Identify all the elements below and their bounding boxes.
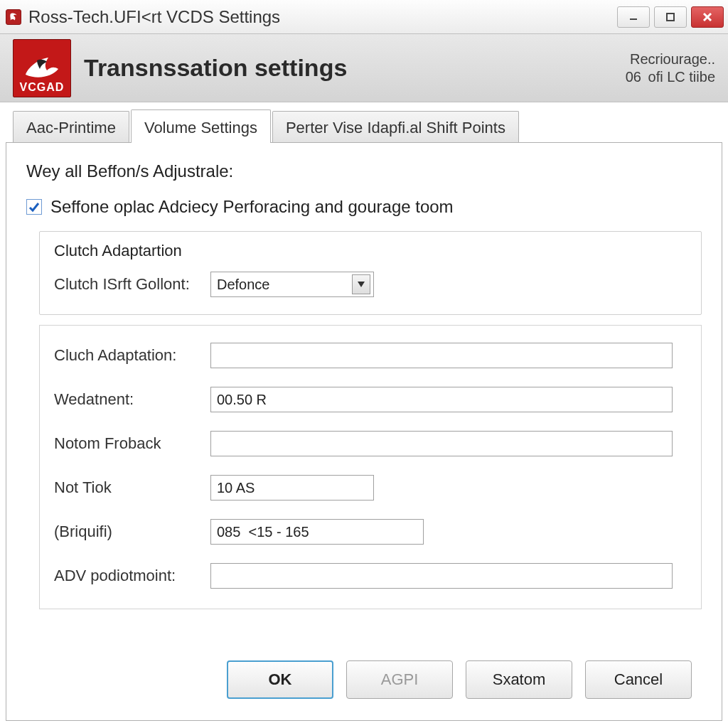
header: VCGAD Transnssation settings Recriourage… xyxy=(0,34,728,102)
param-label-4: (Briquifi) xyxy=(54,523,203,541)
close-button[interactable] xyxy=(691,6,724,28)
param-row-2: Notom Froback xyxy=(54,427,687,461)
clutch-isrft-combo[interactable]: Defonce xyxy=(210,272,374,297)
minimize-button[interactable] xyxy=(617,6,650,28)
notom-froback-field[interactable] xyxy=(210,431,673,456)
clutch-adaptation-group: Clutch Adaptartion Clutch ISrft Gollont:… xyxy=(39,231,702,315)
param-row-3: Not Tiok xyxy=(54,471,687,505)
param-row-5: ADV podiotmoint: xyxy=(54,559,687,593)
combo-value: Defonce xyxy=(217,277,270,293)
window-title: Ross-Tech.UFI<rt VCDS Settings xyxy=(28,7,617,27)
param-label-1: Wedatnent: xyxy=(54,390,203,409)
tab-aac-printime[interactable]: Aac-Printime xyxy=(13,111,129,143)
titlebar: Ross-Tech.UFI<rt VCDS Settings xyxy=(0,0,728,34)
briquifi-field[interactable] xyxy=(210,519,424,545)
svg-marker-4 xyxy=(358,282,365,287)
tab-shift-points[interactable]: Perter Vise Idapfi.al Shift Points xyxy=(272,111,519,143)
combo-row: Clutch ISrft Gollont: Defonce xyxy=(54,267,687,301)
cancel-button[interactable]: Cancel xyxy=(585,660,692,699)
status-line-2: 06 ofi LC tiibe xyxy=(626,69,715,85)
maximize-button[interactable] xyxy=(654,6,687,28)
cluch-adaptation-field[interactable] xyxy=(210,343,673,368)
window-controls xyxy=(617,6,724,28)
combo-label: Clutch ISrft Gollont: xyxy=(54,275,203,294)
footer-buttons: OK AGPI Sxatom Cancel xyxy=(26,646,702,705)
params-group: Cluch Adaptation: Wedatnent: Notom Froba… xyxy=(39,325,702,609)
brand-logo-text: VCGAD xyxy=(14,81,70,94)
seffone-checkbox-label: Seffone oplac Adciecy Perforacing and go… xyxy=(50,197,454,217)
agpi-button[interactable]: AGPI xyxy=(346,660,453,699)
param-row-0: Cluch Adaptation: xyxy=(54,338,687,373)
param-label-3: Not Tiok xyxy=(54,478,203,497)
wedatnent-field[interactable] xyxy=(210,387,673,412)
ok-button[interactable]: OK xyxy=(227,660,333,699)
seffone-checkbox[interactable] xyxy=(26,199,42,215)
param-label-2: Notom Froback xyxy=(54,434,203,453)
tabpanel: Wey all Beffon/s Adjustrale: Seffone opl… xyxy=(6,142,722,721)
param-label-0: Cluch Adaptation: xyxy=(54,346,203,365)
param-row-4: (Briquifi) xyxy=(54,515,687,549)
svg-rect-1 xyxy=(667,14,674,21)
param-label-5: ADV podiotmoint: xyxy=(54,567,203,585)
page-title: Transnssation settings xyxy=(84,54,613,82)
chevron-down-icon xyxy=(352,274,370,294)
status-line-1: Recriourage.. xyxy=(630,51,715,67)
param-row-1: Wedatnent: xyxy=(54,382,687,417)
not-tiok-field[interactable] xyxy=(210,475,374,500)
content-area: Aac-Printime Volume Settings Perter Vise… xyxy=(0,102,728,728)
app-icon xyxy=(6,9,21,25)
tab-volume-settings[interactable]: Volume Settings xyxy=(131,109,271,143)
checkbox-row: Seffone oplac Adciecy Perforacing and go… xyxy=(26,197,702,217)
status-text: Recriourage.. 06 ofi LC tiibe xyxy=(626,50,715,86)
section-heading: Wey all Beffon/s Adjustrale: xyxy=(26,161,702,181)
sxatom-button[interactable]: Sxatom xyxy=(466,660,572,699)
group-title: Clutch Adaptartion xyxy=(54,242,687,260)
adv-podiotmoint-field[interactable] xyxy=(210,563,673,589)
brand-logo: VCGAD xyxy=(13,39,71,97)
tabstrip: Aac-Printime Volume Settings Perter Vise… xyxy=(6,107,722,142)
